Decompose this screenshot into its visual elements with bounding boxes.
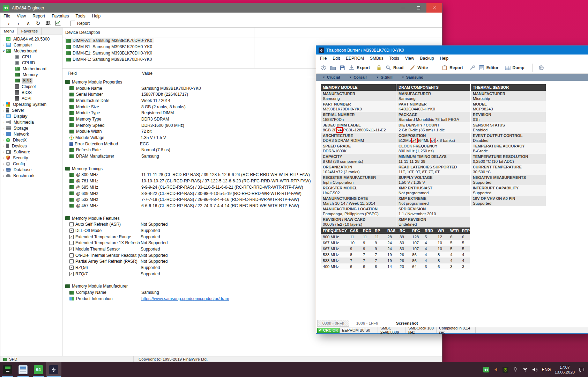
report-button[interactable]: Report [441, 65, 463, 71]
browse-globe-icon[interactable] [538, 65, 544, 71]
menu-favorites[interactable]: Favorites [52, 14, 69, 19]
tree-expander-icon[interactable]: › [1, 114, 6, 118]
lock-icon[interactable] [376, 65, 382, 71]
tray-app-icon[interactable] [493, 367, 499, 373]
menu-smbus[interactable]: SMBus [370, 56, 384, 61]
tray-aida64-icon[interactable]: 64 [483, 367, 489, 372]
tree-item[interactable]: SPD [0, 78, 62, 84]
device-list-item[interactable]: DIMM-A1: Samsung M393B1K70DH0-YK0 [62, 37, 442, 44]
tree-item[interactable]: CPU [0, 54, 62, 60]
vendor-gskill-menu[interactable]: ▼G.Skill [376, 75, 393, 79]
menu-help[interactable]: Help [92, 14, 101, 19]
field-value[interactable]: https://www.samsung.com/semiconductor/dr… [141, 296, 229, 301]
tree-item[interactable]: › Display [0, 113, 62, 119]
menu-file[interactable]: File [320, 56, 327, 61]
vendor-corsair-menu[interactable]: ▼Corsair [349, 75, 367, 79]
open-folder-icon[interactable] [330, 65, 336, 71]
tree-expander-icon[interactable]: ∨ [1, 49, 6, 53]
settings-gear-icon[interactable] [320, 65, 327, 71]
tree-expander-icon[interactable]: › [1, 144, 6, 148]
tree-item[interactable]: Memory [0, 72, 62, 78]
tree-item[interactable]: › Config [0, 161, 62, 167]
taskbar-thaiphoon-icon[interactable] [46, 362, 61, 377]
taskbar-app-icon-1[interactable] [0, 362, 15, 377]
menu-backup[interactable]: Backup [420, 56, 434, 61]
tree-expander-icon[interactable]: › [1, 156, 6, 160]
write-button[interactable]: Write [409, 65, 428, 71]
menu-edit[interactable]: Edit [333, 56, 340, 61]
editor-button[interactable]: Editor [478, 65, 499, 71]
tree-expander-icon[interactable]: › [1, 108, 6, 113]
language-indicator[interactable]: ENG [542, 367, 551, 372]
value-column-header[interactable]: Value [142, 71, 152, 76]
save-icon[interactable] [339, 65, 345, 71]
tree-expander-icon[interactable]: › [1, 132, 6, 136]
tree-item[interactable]: Motherboard [0, 66, 62, 72]
vendor-samsung-menu[interactable]: ▼Samsung [402, 75, 423, 79]
tree-item[interactable]: › Database [0, 167, 62, 173]
menu-report[interactable]: Report [32, 14, 45, 19]
tree-expander-icon[interactable]: › [1, 43, 6, 47]
tree-expander-icon[interactable]: › [1, 138, 6, 142]
menu-file[interactable]: File [3, 14, 10, 19]
menu-tools[interactable]: Tools [389, 56, 399, 61]
tree-item[interactable]: › Computer [0, 42, 62, 48]
menu-eeprom[interactable]: EEPROM [346, 56, 364, 61]
nvidia-icon[interactable] [503, 367, 508, 373]
tree-item[interactable]: BIOS [0, 89, 62, 95]
minimize-button[interactable] [395, 3, 411, 13]
device-list-header[interactable]: Device Description [62, 28, 442, 37]
action-center-icon[interactable] [579, 367, 585, 373]
wrench-icon[interactable] [469, 65, 475, 71]
tree-item[interactable]: › Server [0, 107, 62, 113]
up-icon[interactable]: ∧ [23, 20, 33, 27]
report-button[interactable]: Report [70, 21, 90, 26]
tree-item[interactable]: › Security [0, 155, 62, 161]
tab-screenshot[interactable]: Screenshot [396, 321, 418, 325]
tab-favorites[interactable]: Favorites [18, 28, 42, 35]
menu-view[interactable]: View [405, 56, 414, 61]
tab-100h-1ffh[interactable]: 100h - 1FFh [351, 321, 383, 325]
tree-item[interactable]: AIDA64 v6.20.5300 [0, 36, 62, 42]
tree-expander-icon[interactable]: › [1, 168, 6, 172]
menu-tools[interactable]: Tools [76, 14, 85, 19]
chart-icon[interactable] [53, 20, 62, 27]
tree-expander-icon[interactable]: › [1, 162, 6, 166]
refresh-icon[interactable]: ↻ [33, 20, 43, 27]
field-value[interactable]: Samsung [141, 290, 159, 295]
tree-item[interactable]: › DirectX [0, 137, 62, 143]
tree-item[interactable]: CPUID [0, 60, 62, 66]
wifi-icon[interactable] [522, 367, 528, 373]
forward-icon[interactable]: › [14, 21, 23, 27]
speaker-icon[interactable] [532, 367, 538, 373]
tree-item[interactable]: › Network [0, 131, 62, 137]
tree-item[interactable]: Chipset [0, 84, 62, 89]
taskbar-aida64-icon[interactable]: 64 [31, 362, 46, 377]
tree-item[interactable]: ACPI [0, 95, 62, 101]
usb-icon[interactable] [512, 367, 518, 373]
tree-expander-icon[interactable]: › [1, 120, 6, 124]
read-button[interactable]: Read [385, 65, 403, 71]
dump-button[interactable]: Dump [505, 65, 524, 71]
users-icon[interactable] [43, 20, 53, 27]
clock[interactable]: 17:07 13.06.2020 [554, 365, 575, 375]
tree-item[interactable]: ∨ Motherboard [0, 48, 62, 54]
aida64-titlebar[interactable]: 64 AIDA64 Engineer [0, 3, 442, 13]
tree-item[interactable]: › Software [0, 149, 62, 155]
taskbar-calculator-icon[interactable] [15, 362, 31, 377]
tree-item[interactable]: › Devices [0, 143, 62, 149]
tree-expander-icon[interactable]: › [1, 150, 6, 154]
tab-000h-0ffh[interactable]: 000h - 0FFh [317, 320, 349, 327]
tree-expander-icon[interactable]: › [1, 102, 6, 107]
tree-item[interactable]: › Operating System [0, 101, 62, 107]
tree-expander-icon[interactable]: › [1, 174, 6, 178]
export-button[interactable]: Export [349, 65, 370, 71]
menu-view[interactable]: View [17, 14, 26, 19]
maximize-button[interactable] [411, 3, 426, 13]
menu-help[interactable]: Help [440, 56, 449, 61]
close-button[interactable] [426, 3, 442, 13]
thaiphoon-titlebar[interactable]: Thaiphoon Burner / M393B1K70DH0-YK0 [316, 46, 588, 55]
tab-menu[interactable]: Menu [0, 28, 18, 35]
tree-item[interactable]: › Storage [0, 125, 62, 131]
back-icon[interactable]: ‹ [4, 21, 14, 27]
